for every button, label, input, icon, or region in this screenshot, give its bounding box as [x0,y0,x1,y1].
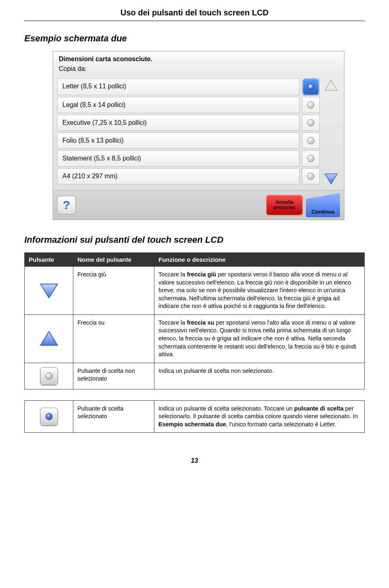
svg-marker-3 [41,331,58,345]
button-desc: Toccare la freccia su per spostarsi vers… [154,314,365,363]
col-desc: Funzione o descrizione [154,253,365,267]
option-radio[interactable] [302,168,320,184]
option-label: Letter (8,5 x 11 pollici) [57,78,299,95]
arrow-up-icon[interactable] [324,79,338,92]
arrow-up-icon [39,330,59,348]
screenshot-body: Letter (8,5 x 11 pollici) Legal (8,5 x 1… [53,77,344,190]
option-row[interactable]: Statement (5,5 x 8,5 pollici) [57,150,320,167]
screenshot-footer: ? Annulla processo Continua [53,190,344,220]
cancel-button[interactable]: Annulla processo [266,195,303,215]
screenshot-subtitle: Copia da: [53,64,344,77]
option-radio-selected[interactable] [302,78,320,95]
help-icon: ? [63,198,70,212]
option-label: A4 (210 x 297 mm) [57,168,299,184]
option-label: Statement (5,5 x 8,5 pollici) [57,150,299,167]
page-title: Uso dei pulsanti del touch screen LCD [120,8,269,17]
option-row[interactable]: A4 (210 x 297 mm) [57,168,320,184]
divider [24,21,365,21]
page-number: 13 [24,457,365,464]
button-desc: Indica un pulsante di scelta non selezio… [154,363,365,389]
button-name: Pulsante di scelta non selezionato [73,363,154,389]
svg-marker-1 [325,174,337,184]
option-radio[interactable] [302,97,320,113]
cancel-label: Annulla processo [268,200,301,210]
screenshot-panel: Dimensioni carta sconosciute. Copia da: … [53,51,344,220]
page-header: Uso dei pulsanti del touch screen LCD [24,8,365,17]
table-row: Pulsante di scelta non selezionato Indic… [25,363,365,389]
button-name: Freccia giù [73,267,154,315]
button-desc: Toccare la freccia giù per spostarsi ver… [154,267,365,315]
option-row[interactable]: Letter (8,5 x 11 pollici) [57,78,320,95]
arrow-down-icon[interactable] [324,172,338,185]
icon-cell [25,314,73,363]
option-row[interactable]: Executive (7,25 x 10,5 pollici) [57,115,320,131]
scroll-arrows [320,78,340,186]
info-heading: Informazioni sui pulsanti del touch scre… [24,235,365,245]
col-button: Pulsante [25,253,73,267]
radio-selected-icon [40,408,58,425]
option-radio[interactable] [302,133,320,149]
screenshot-title: Dimensioni carta sconosciute. [53,51,344,64]
options-list: Letter (8,5 x 11 pollici) Legal (8,5 x 1… [57,78,320,186]
arrow-down-icon [39,282,59,299]
table-row: Freccia giù Toccare la freccia giù per s… [25,267,365,315]
help-button[interactable]: ? [57,196,76,214]
option-row[interactable]: Folio (8,5 x 13 pollici) [57,133,320,149]
button-name: Pulsante di scelta selezionato [73,400,154,433]
button-desc: Indica un pulsante di scelta selezionato… [154,400,365,433]
icon-cell [25,400,73,433]
option-label: Executive (7,25 x 10,5 pollici) [57,115,299,131]
option-radio[interactable] [302,150,320,167]
option-label: Legal (8,5 x 14 pollici) [57,97,299,113]
svg-marker-2 [41,284,58,298]
table-row: Freccia su Toccare la freccia su per spo… [25,314,365,363]
buttons-table: Pulsante Nome del pulsante Funzione o de… [24,252,365,433]
radio-unselected-icon [40,367,58,385]
col-name: Nome del pulsante [73,253,154,267]
continue-label: Continua [312,209,334,215]
svg-marker-0 [325,80,337,90]
icon-cell [25,267,73,315]
option-label: Folio (8,5 x 13 pollici) [57,133,299,149]
option-row[interactable]: Legal (8,5 x 14 pollici) [57,97,320,113]
continue-button[interactable]: Continua [306,193,340,217]
button-name: Freccia su [73,314,154,363]
table-row: Pulsante di scelta selezionato Indica un… [25,400,365,433]
option-radio[interactable] [302,115,320,131]
icon-cell [25,363,73,389]
example-heading: Esempio schermata due [24,33,365,44]
